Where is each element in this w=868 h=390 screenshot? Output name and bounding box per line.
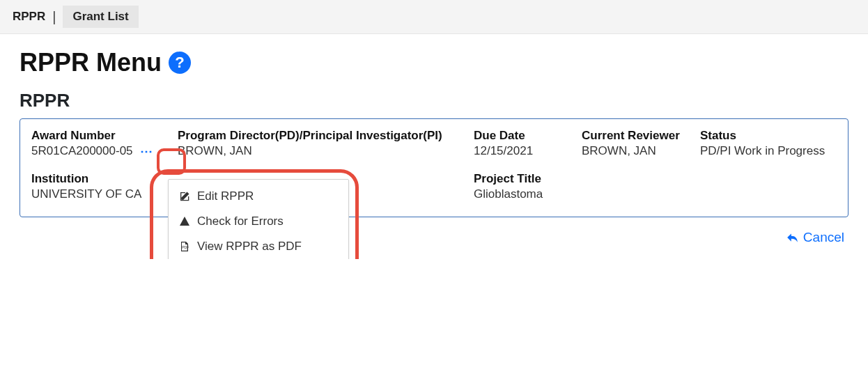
status-value: PD/PI Work in Progress — [700, 144, 853, 158]
pdf-icon: PDF — [178, 241, 191, 252]
field-due-date: Due Date 12/15/2021 — [474, 129, 582, 158]
field-institution: Institution UNIVERSITY OF CA — [31, 172, 178, 201]
award-number-value: 5R01CA200000-05 — [31, 144, 133, 158]
field-current-reviewer: Current Reviewer BROWN, JAN — [582, 129, 700, 158]
page-title: RPPR Menu ? — [20, 48, 848, 77]
warning-icon — [178, 216, 191, 227]
award-number-label: Award Number — [31, 129, 178, 143]
cancel-link[interactable]: Cancel — [786, 230, 844, 245]
help-icon[interactable]: ? — [169, 52, 191, 74]
due-date-label: Due Date — [474, 129, 582, 143]
status-label: Status — [700, 129, 853, 143]
project-title-label: Project Title — [474, 172, 700, 186]
project-title-value: Glioblastoma — [474, 187, 700, 201]
menu-view-pdf-label: View RPPR as PDF — [197, 240, 302, 254]
rppr-panel: Award Number 5R01CA200000-05 ⋯ Program D… — [20, 118, 848, 217]
breadcrumb: RPPR | Grant List — [0, 0, 868, 34]
pd-pi-label: Program Director(PD)/Principal Investiga… — [178, 129, 474, 143]
breadcrumb-separator: | — [49, 9, 59, 25]
current-reviewer-label: Current Reviewer — [582, 129, 700, 143]
svg-text:PDF: PDF — [182, 245, 189, 249]
actions-menu-button[interactable]: ⋯ — [137, 145, 157, 157]
breadcrumb-grant-list[interactable]: Grant List — [63, 6, 138, 28]
page-title-text: RPPR Menu — [20, 48, 162, 77]
menu-check-errors[interactable]: Check for Errors — [169, 209, 348, 234]
menu-view-pdf[interactable]: PDF View RPPR as PDF — [169, 234, 348, 259]
actions-dropdown: Edit RPPR Check for Errors PDF View RPPR… — [168, 179, 349, 259]
menu-edit-rppr[interactable]: Edit RPPR — [169, 184, 348, 209]
menu-edit-rppr-label: Edit RPPR — [197, 189, 254, 203]
breadcrumb-root[interactable]: RPPR — [13, 10, 45, 24]
section-title: RPPR — [20, 90, 848, 111]
reply-icon — [786, 231, 799, 244]
pd-pi-value: BROWN, JAN — [178, 144, 474, 158]
field-project-title: Project Title Glioblastoma — [474, 172, 700, 201]
institution-value: UNIVERSITY OF CA — [31, 187, 178, 201]
field-status: Status PD/PI Work in Progress — [700, 129, 853, 158]
field-pd-pi: Program Director(PD)/Principal Investiga… — [178, 129, 474, 158]
cancel-label: Cancel — [803, 230, 844, 245]
current-reviewer-value: BROWN, JAN — [582, 144, 700, 158]
menu-check-errors-label: Check for Errors — [197, 214, 284, 228]
institution-label: Institution — [31, 172, 178, 186]
edit-icon — [178, 191, 191, 202]
due-date-value: 12/15/2021 — [474, 144, 582, 158]
field-award-number: Award Number 5R01CA200000-05 ⋯ — [31, 129, 178, 158]
